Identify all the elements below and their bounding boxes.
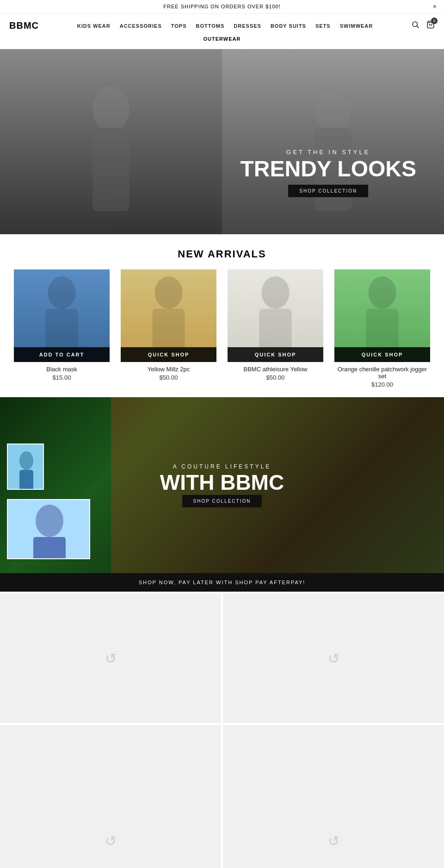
banner-text: FREE SHIPPING ON ORDERS OVER $100!: [163, 4, 280, 9]
mid-banner-title: WITH BBMC: [160, 470, 284, 495]
loading-section-1: ↺ ↺: [0, 593, 444, 723]
mid-banner-section: A COUTURE LIFESTYLE WITH BBMC SHOP COLLE…: [0, 397, 444, 573]
header: BBMC KIDS WEAR ACCESSORIES TOPS BOTTOMS …: [0, 13, 444, 49]
mid-banner-shop-button[interactable]: SHOP COLLECTION: [182, 495, 262, 507]
pay-banner-text: SHOP NOW, PAY LATER WITH SHOP PAY AFTERP…: [139, 580, 306, 585]
hero-model-left: [0, 49, 222, 234]
loading-section-2: ↺ ↺: [0, 725, 444, 868]
hero-subtitle: GET THE IN STYLE: [240, 149, 416, 156]
pay-banner: SHOP NOW, PAY LATER WITH SHOP PAY AFTERP…: [0, 573, 444, 592]
nav-item-tops[interactable]: TOPS: [171, 23, 187, 29]
svg-line-1: [417, 26, 419, 28]
mid-thumbnail-2: [7, 499, 90, 559]
product-image-3: QUICK SHOP: [334, 269, 430, 362]
hero-section: GET THE IN STYLE TRENDY LOOKS SHOP COLLE…: [0, 49, 444, 234]
mid-banner-content: A COUTURE LIFESTYLE WITH BBMC SHOP COLLE…: [160, 463, 284, 507]
svg-point-3: [92, 86, 130, 132]
nav-item-bottoms[interactable]: BOTTOMS: [196, 23, 225, 29]
product-price-3: $120.00: [334, 381, 430, 388]
hero-visual: [0, 49, 444, 234]
nav-item-accessories[interactable]: ACCESSORIES: [120, 23, 162, 29]
loading-card-4: ↺: [223, 725, 444, 868]
loading-card-3: ↺: [0, 725, 221, 868]
product-image-2: QUICK SHOP: [228, 269, 323, 362]
nav-item-swimwear[interactable]: SWIMWEAR: [340, 23, 373, 29]
hero-text: GET THE IN STYLE TRENDY LOOKS SHOP COLLE…: [240, 149, 416, 197]
svg-point-7: [48, 276, 76, 309]
svg-point-16: [19, 451, 33, 470]
product-image-1: QUICK SHOP: [121, 269, 216, 362]
close-banner-button[interactable]: ×: [433, 3, 437, 10]
product-name-1: Yellow Millz 2pc: [121, 366, 216, 373]
svg-rect-17: [19, 470, 33, 490]
logo[interactable]: BBMC: [9, 20, 39, 31]
loading-card-2: ↺: [223, 593, 444, 723]
search-icon[interactable]: [411, 20, 419, 31]
nav-item-kidswear[interactable]: KIDS WEAR: [77, 23, 111, 29]
svg-point-5: [314, 86, 352, 132]
svg-point-11: [262, 276, 290, 309]
nav-links-top: KIDS WEAR ACCESSORIES TOPS BOTTOMS DRESS…: [77, 23, 373, 29]
product-action-1[interactable]: QUICK SHOP: [121, 347, 216, 362]
product-card-0: ADD TO CARTBlack mask$15.00: [14, 269, 110, 388]
nav-item-outerwear[interactable]: OUTERWEAR: [204, 33, 241, 44]
product-name-3: Orange chenille patchwork jogger set: [334, 366, 430, 380]
product-card-2: QUICK SHOPBBMC athleisure Yellow$50.00: [228, 269, 323, 388]
product-action-3[interactable]: QUICK SHOP: [334, 347, 430, 362]
product-name-0: Black mask: [14, 366, 110, 373]
nav-item-dresses[interactable]: DRESSES: [234, 23, 261, 29]
mid-banner-subtitle: A COUTURE LIFESTYLE: [160, 463, 284, 470]
product-card-1: QUICK SHOPYellow Millz 2pc$50.00: [121, 269, 216, 388]
product-price-0: $15.00: [14, 374, 110, 381]
svg-point-19: [36, 505, 63, 537]
nav-item-sets[interactable]: SETS: [315, 23, 331, 29]
new-arrivals-section: NEW ARRIVALS ADD TO CARTBlack mask$15.00…: [0, 234, 444, 397]
product-price-2: $50.00: [228, 374, 323, 381]
nav-item-bodysuits[interactable]: BODY SUITS: [271, 23, 306, 29]
svg-point-13: [369, 276, 396, 309]
product-image-0: ADD TO CART: [14, 269, 110, 362]
products-grid: ADD TO CARTBlack mask$15.00QUICK SHOPYel…: [0, 269, 444, 397]
cart-icon[interactable]: 0: [426, 20, 435, 31]
top-banner: FREE SHIPPING ON ORDERS OVER $100! ×: [0, 0, 444, 13]
hero-shop-button[interactable]: SHOP COLLECTION: [288, 185, 368, 197]
product-price-1: $50.00: [121, 374, 216, 381]
product-action-2[interactable]: QUICK SHOP: [228, 347, 323, 362]
svg-rect-20: [33, 537, 66, 559]
header-icons: 0: [411, 20, 435, 31]
loading-card-1: ↺: [0, 593, 221, 723]
hero-model-right: [222, 49, 444, 234]
product-name-2: BBMC athleisure Yellow: [228, 366, 323, 373]
svg-point-0: [413, 22, 418, 27]
svg-rect-4: [92, 128, 130, 211]
product-card-3: QUICK SHOPOrange chenille patchwork jogg…: [334, 269, 430, 388]
section-title-new-arrivals: NEW ARRIVALS: [0, 234, 444, 269]
svg-point-9: [155, 276, 183, 309]
mid-thumbnail-1: [7, 443, 44, 490]
hero-title: TRENDY LOOKS: [240, 158, 416, 180]
nav-top: BBMC KIDS WEAR ACCESSORIES TOPS BOTTOMS …: [9, 18, 435, 33]
cart-count: 0: [431, 18, 438, 24]
product-action-0[interactable]: ADD TO CART: [14, 347, 110, 362]
